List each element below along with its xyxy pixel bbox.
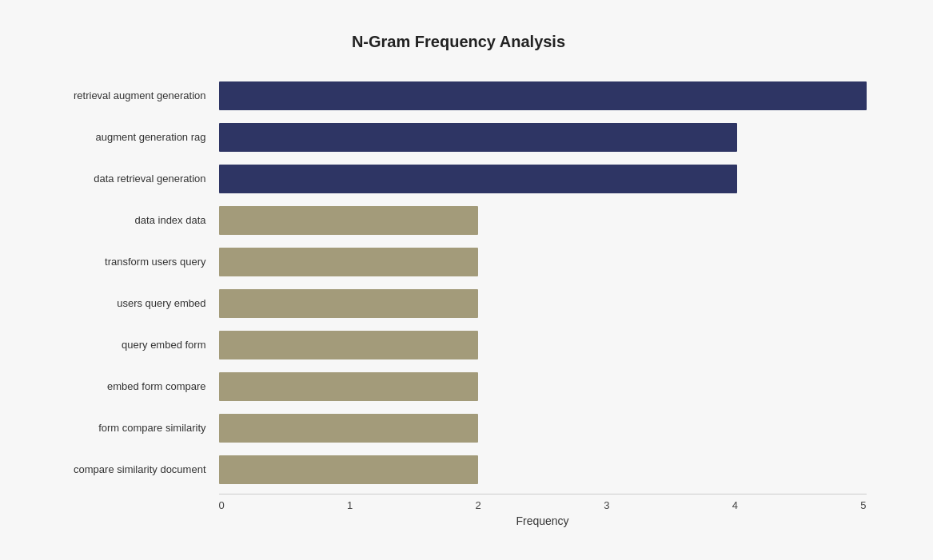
bar-row: transform users query [219,241,867,283]
bar-label: form compare similarity [43,422,213,434]
x-tick: 5 [860,499,866,511]
bar [219,123,737,152]
x-tick: 1 [347,499,353,511]
bar [219,81,867,110]
bar [219,414,478,443]
x-tick: 0 [219,499,225,511]
chart-area: retrieval augment generationaugment gene… [219,75,867,490]
bar-row: data retrieval generation [219,158,867,200]
chart-container: N-Gram Frequency Analysis retrieval augm… [27,17,907,544]
bar-label: users query embed [43,297,213,309]
bar-label: retrieval augment generation [43,89,213,101]
bar-label: augment generation rag [43,131,213,143]
bar [219,455,478,484]
bar-row: form compare similarity [219,407,867,449]
bar [219,248,478,276]
bar [219,289,478,318]
x-tick: 2 [476,499,481,511]
x-tick: 3 [604,499,609,511]
x-tick: 4 [732,499,738,511]
bar-label: transform users query [43,256,213,268]
bar [219,331,478,359]
x-axis-label: Frequency [219,514,867,527]
bar [219,206,478,235]
chart-title: N-Gram Frequency Analysis [43,33,875,51]
bar-row: compare similarity document [219,449,867,490]
bar-label: compare similarity document [43,463,213,475]
bar-label: data index data [43,214,213,226]
chart-inner: retrieval augment generationaugment gene… [43,75,875,490]
bar [219,372,478,401]
bar-row: query embed form [219,324,867,366]
bar-row: augment generation rag [219,117,867,158]
bar-label: embed form compare [43,380,213,392]
bar [219,165,737,193]
bar-row: data index data [219,200,867,241]
bar-row: retrieval augment generation [219,75,867,117]
bar-row: embed form compare [219,366,867,407]
x-axis: 012345 [219,494,867,511]
bar-label: query embed form [43,339,213,351]
bar-row: users query embed [219,283,867,324]
bar-label: data retrieval generation [43,173,213,185]
